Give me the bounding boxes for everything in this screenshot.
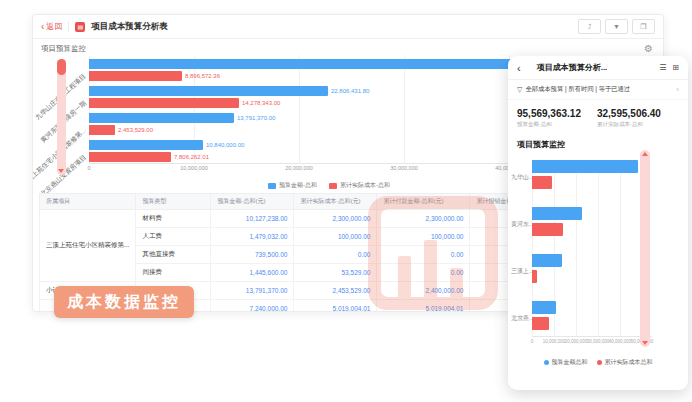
value-cell[interactable]: 100,000.00 bbox=[294, 228, 377, 246]
legend-item[interactable]: 累计实际成本总和 bbox=[597, 358, 653, 367]
bar-预算金额-总和[interactable] bbox=[89, 86, 328, 96]
bar-value-label: 7,806,262.01 bbox=[174, 154, 209, 161]
panel-header: ‹ 项目成本预算分析... ☰ ⊞ bbox=[508, 56, 688, 80]
funnel-icon: ▽ bbox=[517, 86, 522, 94]
export-icon: ⤴ bbox=[588, 23, 592, 30]
value-cell[interactable]: 53,529.00 bbox=[294, 264, 377, 282]
x-axis-tick-label: 10,000,000 bbox=[543, 339, 566, 344]
scrollbar-thumb[interactable] bbox=[57, 59, 66, 75]
chevron-right-icon: › bbox=[676, 85, 679, 94]
bar-累计实际成本-总和[interactable] bbox=[89, 71, 182, 81]
x-axis-line bbox=[532, 336, 652, 337]
bar-累计实际成本总和[interactable] bbox=[532, 317, 549, 330]
bar-累计实际成本总和[interactable] bbox=[532, 176, 552, 189]
bar-预算金额总和[interactable] bbox=[532, 301, 556, 314]
list-view-icon[interactable]: ☰ bbox=[659, 63, 666, 72]
value-cell[interactable]: 0.00 bbox=[294, 246, 377, 264]
category-label: 北京燕.. bbox=[511, 314, 532, 323]
bar-累计实际成本总和[interactable] bbox=[532, 270, 537, 283]
legend-swatch bbox=[268, 183, 276, 189]
filter-icon: ▼ bbox=[613, 23, 620, 30]
page-title: 项目成本预算分析表 bbox=[91, 21, 168, 33]
panel-chart-scrollbar[interactable] bbox=[640, 150, 650, 347]
value-cell[interactable]: 1,479,032.00 bbox=[211, 228, 294, 246]
bar-预算金额-总和[interactable] bbox=[89, 113, 234, 123]
panel-title: 项目成本预算分析... bbox=[537, 62, 608, 73]
filter-button[interactable]: ▼ bbox=[605, 19, 628, 34]
toolbar: ⤴ ▼ ❐ bbox=[578, 19, 655, 34]
panel-filter-bar[interactable]: ▽ 全部成本预算 | 所有时间 | 等于已通过 › bbox=[508, 80, 688, 100]
panel-back-icon[interactable]: ‹ bbox=[517, 63, 521, 73]
scrollbar-down-arrow-icon[interactable] bbox=[58, 169, 64, 173]
chart-vertical-scrollbar[interactable] bbox=[57, 59, 66, 175]
legend-item[interactable]: 累计实际成本-总和 bbox=[329, 181, 390, 190]
x-axis-tick-label: 0 bbox=[87, 165, 90, 171]
legend-label: 累计实际成本-总和 bbox=[340, 181, 390, 190]
scrollbar-up-arrow-icon[interactable] bbox=[642, 152, 648, 156]
category-label: 黄河东.. bbox=[511, 220, 532, 229]
value-cell[interactable]: 0.00 bbox=[377, 246, 470, 264]
bar-预算金额总和[interactable] bbox=[532, 254, 562, 267]
bar-累计实际成本-总和[interactable] bbox=[89, 152, 171, 162]
value-cell[interactable]: 100,000.00 bbox=[377, 228, 470, 246]
table-header-cell: 累计实际成本-总和(元) bbox=[294, 194, 377, 210]
back-label: 返回 bbox=[46, 21, 62, 32]
bar-累计实际成本-总和[interactable] bbox=[89, 125, 115, 135]
chart-legend: 预算金额-总和累计实际成本-总和 bbox=[89, 181, 569, 190]
bar-value-label: 2,453,529.00 bbox=[118, 127, 153, 134]
settings-gear-icon[interactable]: ⚙ bbox=[644, 44, 653, 54]
export-button[interactable]: ⤴ bbox=[578, 19, 601, 34]
section-row: 项目预算监控 ⚙ bbox=[33, 39, 663, 54]
bar-预算金额总和[interactable] bbox=[532, 207, 582, 220]
value-cell[interactable]: 1,445,600.00 bbox=[211, 264, 294, 282]
bar-累计实际成本-总和[interactable] bbox=[89, 98, 239, 108]
bar-累计实际成本总和[interactable] bbox=[532, 223, 563, 236]
cost-data-monitor-sticker: 成本数据监控 bbox=[54, 286, 194, 318]
value-cell[interactable]: 5,019,004.01 bbox=[294, 300, 377, 313]
panel-bar-chart: 010,000,00020,000,00030,000,00040,000,00… bbox=[508, 160, 688, 354]
panel-header-icons: ☰ ⊞ bbox=[659, 63, 679, 72]
value-cell[interactable]: 13,791,370.00 bbox=[211, 282, 294, 300]
panel-section-title: 项目预算监控 bbox=[508, 132, 688, 152]
titlebar: ‹ 返回 ▤ 项目成本预算分析表 ⤴ ▼ ❐ bbox=[33, 15, 663, 39]
value-cell[interactable]: 2,400,000.00 bbox=[377, 282, 470, 300]
legend-item[interactable]: 预算金额-总和 bbox=[268, 181, 317, 190]
back-chevron-icon: ‹ bbox=[41, 23, 44, 31]
back-button[interactable]: ‹ 返回 bbox=[41, 21, 62, 32]
value-cell[interactable]: 2,300,000.00 bbox=[294, 210, 377, 228]
value-cell[interactable]: 7,240,000.00 bbox=[211, 300, 294, 313]
legend-label: 预算金额-总和 bbox=[279, 181, 317, 190]
legend-item[interactable]: 预算金额总和 bbox=[544, 358, 588, 367]
table-header-cell: 累计付款金额-总和(元) bbox=[377, 194, 470, 210]
x-axis-tick-label: 20,000,000 bbox=[565, 339, 588, 344]
stat-actual-cost-total: 32,595,506.40 累计实际成本·总和 bbox=[597, 108, 661, 128]
value-cell[interactable]: 10,127,238.00 bbox=[211, 210, 294, 228]
budget-type-cell: 人工费 bbox=[136, 228, 211, 246]
x-axis-tick-label: 0 bbox=[531, 339, 534, 344]
display-mode-button[interactable]: ❐ bbox=[632, 19, 655, 34]
bar-value-label: 8,896,572.36 bbox=[185, 73, 220, 80]
x-axis-tick-label: 30,000,000 bbox=[390, 165, 418, 171]
display-icon: ❐ bbox=[640, 23, 646, 31]
value-cell[interactable]: 2,453,529.00 bbox=[294, 282, 377, 300]
titlebar-divider bbox=[68, 21, 69, 32]
mobile-preview-panel: ‹ 项目成本预算分析... ☰ ⊞ ▽ 全部成本预算 | 所有时间 | 等于已通… bbox=[508, 56, 688, 390]
gridline bbox=[299, 55, 300, 163]
bar-value-label: 10,840,000.00 bbox=[206, 142, 244, 149]
table-header-cell: 预算金额-总和(元) bbox=[211, 194, 294, 210]
stat-label: 累计实际成本·总和 bbox=[597, 121, 661, 128]
budget-type-cell: 材料费 bbox=[136, 210, 211, 228]
table-view-icon[interactable]: ⊞ bbox=[672, 63, 679, 72]
scrollbar-down-arrow-icon[interactable] bbox=[642, 341, 648, 345]
value-cell[interactable]: 0.00 bbox=[377, 264, 470, 282]
value-cell[interactable]: 739,500.00 bbox=[211, 246, 294, 264]
bar-预算金额总和[interactable] bbox=[532, 160, 638, 173]
legend-swatch bbox=[329, 183, 337, 189]
x-axis-line bbox=[89, 163, 519, 164]
panel-filter-text: 全部成本预算 | 所有时间 | 等于已通过 bbox=[525, 85, 630, 94]
bar-预算金额-总和[interactable] bbox=[89, 140, 203, 150]
value-cell[interactable]: 2,300,000.00 bbox=[377, 210, 470, 228]
gridline bbox=[576, 160, 577, 336]
value-cell[interactable]: 5,019,004.01 bbox=[377, 300, 470, 313]
bar-value-label: 13,791,370.00 bbox=[237, 115, 275, 122]
